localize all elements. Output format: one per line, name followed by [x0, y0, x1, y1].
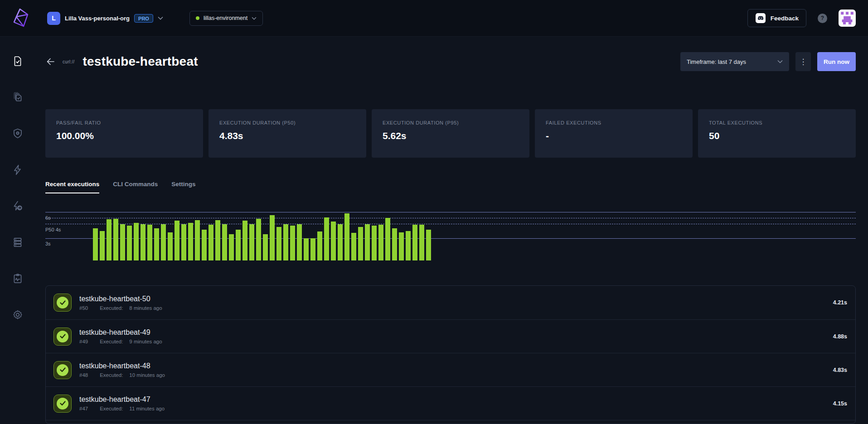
- execution-row[interactable]: testkube-heartbeat-47 #47 Executed: 11 m…: [46, 386, 855, 420]
- feedback-label: Feedback: [771, 15, 799, 22]
- execution-time: 9 minutes ago: [129, 339, 162, 344]
- metric-value: 5.62s: [383, 130, 519, 141]
- timeframe-select[interactable]: Timeframe: last 7 days: [680, 52, 789, 71]
- duration-bar[interactable]: [426, 230, 431, 261]
- test-type-badge: curl://: [63, 59, 75, 64]
- duration-bar[interactable]: [141, 224, 145, 261]
- sidebar-item-status-pages[interactable]: [12, 273, 24, 284]
- org-name: Lilla Vass-personal-org: [65, 15, 130, 22]
- execution-duration: 4.83s: [833, 367, 847, 373]
- axis-label-6s: 6s: [45, 215, 51, 221]
- status-passed-icon: [53, 328, 72, 346]
- duration-bar[interactable]: [195, 220, 200, 261]
- sidebar-item-tests[interactable]: [12, 55, 24, 67]
- testkube-logo-icon: [10, 8, 30, 29]
- executed-label: Executed:: [100, 406, 123, 411]
- main-content: curl:// testkube-heartbeat Timeframe: la…: [45, 37, 856, 424]
- duration-bar[interactable]: [256, 219, 261, 261]
- duration-bar[interactable]: [310, 238, 315, 260]
- org-initial: L: [52, 14, 56, 22]
- kebab-icon: ⋮: [800, 57, 807, 67]
- duration-bar[interactable]: [385, 218, 390, 260]
- duration-bar[interactable]: [100, 231, 105, 261]
- duration-bar[interactable]: [107, 219, 112, 260]
- sidebar-item-executors[interactable]: [12, 128, 24, 140]
- duration-bar[interactable]: [270, 215, 275, 260]
- pro-badge: PRO: [134, 14, 153, 23]
- duration-bar[interactable]: [290, 226, 295, 261]
- duration-bar[interactable]: [209, 225, 213, 260]
- duration-bar[interactable]: [392, 228, 397, 261]
- duration-bar[interactable]: [127, 226, 132, 261]
- help-icon[interactable]: ?: [818, 14, 827, 23]
- back-arrow-icon[interactable]: [45, 56, 56, 67]
- duration-bar[interactable]: [215, 220, 220, 261]
- tab-bar: Recent executions CLI Commands Settings: [45, 181, 856, 194]
- duration-bar[interactable]: [263, 234, 268, 260]
- user-avatar[interactable]: [839, 10, 856, 27]
- duration-bar[interactable]: [324, 217, 329, 261]
- duration-bar[interactable]: [338, 224, 343, 261]
- org-selector[interactable]: L Lilla Vass-personal-org PRO: [47, 12, 163, 25]
- duration-bar[interactable]: [236, 230, 241, 261]
- duration-bar[interactable]: [344, 213, 349, 261]
- kebab-menu-button[interactable]: ⋮: [795, 52, 811, 71]
- duration-bar[interactable]: [276, 227, 281, 261]
- tab-cli-commands[interactable]: CLI Commands: [113, 181, 158, 193]
- duration-bar[interactable]: [419, 225, 424, 260]
- sidebar-item-webhooks[interactable]: [12, 200, 24, 212]
- duration-bar[interactable]: [147, 225, 152, 260]
- execution-row[interactable]: testkube-heartbeat-48 #48 Executed: 10 m…: [46, 353, 855, 386]
- duration-bar[interactable]: [175, 221, 179, 260]
- duration-bar[interactable]: [372, 226, 377, 261]
- duration-bar[interactable]: [378, 225, 383, 260]
- duration-bar[interactable]: [93, 228, 98, 261]
- duration-bar[interactable]: [406, 231, 411, 261]
- status-passed-icon: [53, 395, 72, 413]
- duration-bar[interactable]: [358, 227, 363, 261]
- environment-name: lillas-environment: [204, 15, 247, 21]
- tab-settings[interactable]: Settings: [171, 181, 195, 193]
- run-now-button[interactable]: Run now: [817, 52, 856, 71]
- duration-bar[interactable]: [242, 221, 247, 260]
- metric-label: EXECUTION DURATION (P50): [219, 120, 355, 125]
- duration-bar[interactable]: [188, 223, 193, 261]
- page-header: curl:// testkube-heartbeat Timeframe: la…: [45, 37, 856, 73]
- duration-bar[interactable]: [181, 224, 186, 261]
- duration-bar[interactable]: [154, 228, 159, 261]
- duration-bar[interactable]: [168, 232, 173, 261]
- tab-recent-executions[interactable]: Recent executions: [45, 181, 99, 193]
- sidebar: [0, 37, 35, 424]
- duration-bar[interactable]: [297, 224, 302, 261]
- feedback-button[interactable]: Feedback: [747, 9, 806, 27]
- execution-row[interactable]: testkube-heartbeat-50 #50 Executed: 8 mi…: [46, 286, 855, 319]
- duration-bar[interactable]: [249, 224, 254, 261]
- duration-bar[interactable]: [202, 230, 207, 261]
- file-check-icon: [12, 55, 24, 67]
- metric-card-p50: EXECUTION DURATION (P50) 4.83s: [209, 109, 366, 158]
- duration-bar[interactable]: [113, 219, 118, 261]
- sidebar-item-test-suites[interactable]: [12, 92, 24, 103]
- sidebar-item-triggers[interactable]: [12, 164, 24, 176]
- duration-bar[interactable]: [283, 224, 288, 261]
- duration-bar[interactable]: [120, 224, 125, 261]
- duration-bar[interactable]: [365, 224, 370, 261]
- sidebar-item-sources[interactable]: [12, 236, 24, 248]
- execution-name: testkube-heartbeat-50: [79, 295, 162, 303]
- duration-bar[interactable]: [399, 232, 404, 261]
- duration-bar[interactable]: [222, 224, 227, 261]
- duration-bar[interactable]: [229, 234, 234, 260]
- gridline-top: [45, 212, 856, 212]
- environment-selector[interactable]: lillas-environment: [189, 11, 263, 26]
- sidebar-item-settings[interactable]: [12, 309, 24, 321]
- environment-status-dot: [196, 16, 199, 20]
- execution-time: 10 minutes ago: [129, 372, 165, 378]
- execution-row[interactable]: testkube-heartbeat-49 #49 Executed: 9 mi…: [46, 319, 855, 353]
- duration-bar[interactable]: [317, 231, 322, 260]
- duration-bar[interactable]: [134, 223, 139, 261]
- duration-bar[interactable]: [331, 222, 336, 261]
- duration-bar[interactable]: [412, 225, 417, 260]
- duration-bar[interactable]: [161, 224, 166, 261]
- duration-bar[interactable]: [304, 238, 309, 260]
- duration-bar[interactable]: [351, 233, 356, 260]
